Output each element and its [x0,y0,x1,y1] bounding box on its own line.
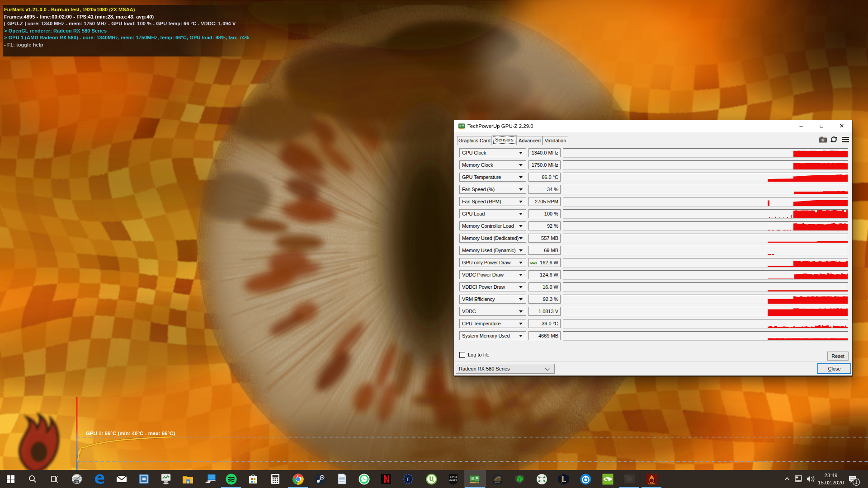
svg-text:E: E [406,476,410,483]
svg-text:EPIC: EPIC [449,475,456,479]
svg-text:GOTHIC: GOTHIC [494,481,500,483]
svg-text:GPU 1: 66°C (min: 40°C - max:: GPU 1: 66°C (min: 40°C - max: 66°C) [86,431,175,436]
svg-text:Pro: Pro [75,480,78,483]
svg-text:1: 1 [855,479,858,485]
svg-text:FURMARK: FURMARK [648,483,656,485]
svg-text:GAMES: GAMES [449,479,457,482]
